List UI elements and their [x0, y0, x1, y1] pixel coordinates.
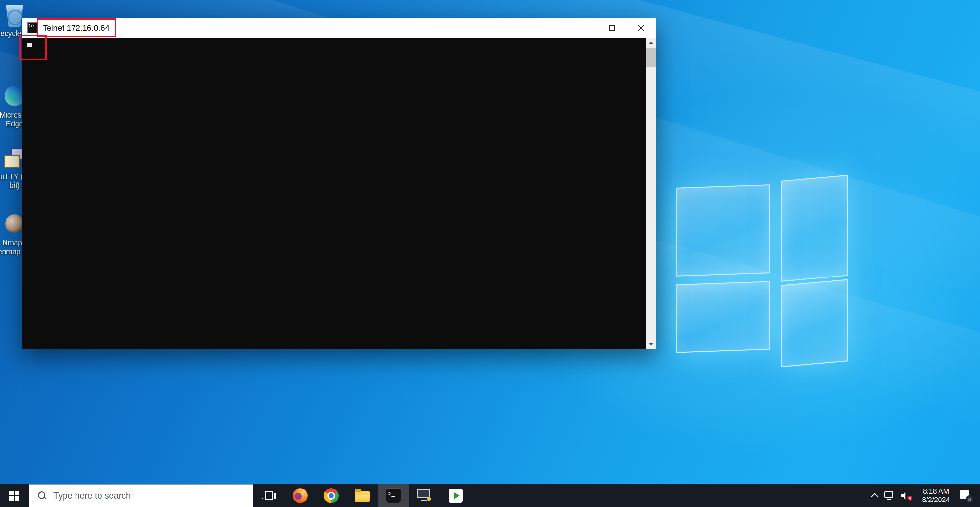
chrome-icon — [324, 488, 339, 503]
windows-start-icon — [10, 491, 19, 501]
taskbar-app-remote-desktop[interactable] — [409, 484, 440, 507]
console-cursor — [27, 43, 32, 47]
action-center-icon: 3 — [960, 489, 972, 502]
taskbar-search[interactable] — [29, 484, 253, 507]
tray-show-hidden-icons[interactable] — [869, 484, 881, 507]
windows-logo-pane — [781, 175, 848, 282]
taskbar: >_ 8:1 — [0, 484, 980, 507]
tray-clock[interactable]: 8:18 AM 8/2/2024 — [915, 484, 957, 507]
console-app-icon: C:\ — [27, 22, 38, 33]
volume-muted-icon — [900, 491, 912, 500]
clock-time: 8:18 AM — [922, 487, 950, 496]
console-output[interactable] — [22, 38, 655, 349]
tray-network[interactable] — [881, 484, 897, 507]
windows-logo-pane — [781, 279, 848, 367]
audio-error-badge — [907, 496, 912, 501]
caption-buttons — [568, 18, 655, 38]
network-icon — [885, 491, 894, 497]
triangle-up-icon — [649, 41, 653, 45]
close-button[interactable] — [627, 18, 655, 38]
action-center-button[interactable]: 3 — [957, 484, 976, 507]
maximize-icon — [609, 25, 615, 31]
notification-count-badge: 3 — [966, 495, 973, 503]
window-title: Telnet 172.16.0.64 — [43, 23, 110, 33]
telnet-window: C:\ Telnet 172.16.0.64 — [22, 18, 656, 349]
tray-volume[interactable] — [897, 484, 915, 507]
firefox-icon — [293, 488, 307, 503]
taskbar-app-chrome[interactable] — [316, 484, 347, 507]
media-player-icon — [449, 488, 463, 503]
search-input[interactable] — [53, 484, 253, 507]
title-bar[interactable]: C:\ Telnet 172.16.0.64 — [22, 18, 655, 38]
scroll-up-button[interactable] — [646, 38, 655, 48]
clock-date: 8/2/2024 — [922, 496, 950, 504]
search-icon — [37, 491, 47, 501]
triangle-down-icon — [649, 343, 653, 346]
scrollbar-thumb[interactable] — [646, 48, 655, 67]
windows-logo-artwork — [676, 175, 851, 366]
windows-logo-pane — [676, 185, 770, 276]
desktop-screen: Recycle Bin Microsoft Edge PuTTY (64-bit… — [0, 0, 980, 507]
chevron-up-icon — [871, 493, 878, 501]
taskbar-app-media-player[interactable] — [440, 484, 471, 507]
minimize-button[interactable] — [568, 18, 597, 38]
taskbar-app-firefox[interactable] — [285, 484, 316, 507]
task-view-button[interactable] — [253, 484, 285, 507]
maximize-button[interactable] — [597, 18, 627, 38]
close-icon — [637, 24, 645, 32]
windows-logo-pane — [676, 281, 770, 353]
prompt-glyph: >_ — [388, 490, 395, 497]
system-tray: 8:18 AM 8/2/2024 3 — [869, 484, 980, 507]
file-explorer-icon — [355, 491, 370, 502]
taskbar-app-command-prompt[interactable]: >_ — [378, 484, 409, 507]
console-scrollbar[interactable] — [646, 38, 655, 349]
task-view-icon — [262, 491, 276, 500]
command-prompt-icon: >_ — [386, 488, 401, 503]
minimize-icon — [579, 27, 586, 28]
console-app-icon-text: C:\ — [28, 24, 35, 28]
scroll-down-button[interactable] — [646, 339, 655, 349]
start-button[interactable] — [0, 484, 29, 507]
remote-desktop-icon — [417, 489, 432, 502]
taskbar-app-file-explorer[interactable] — [347, 484, 378, 507]
